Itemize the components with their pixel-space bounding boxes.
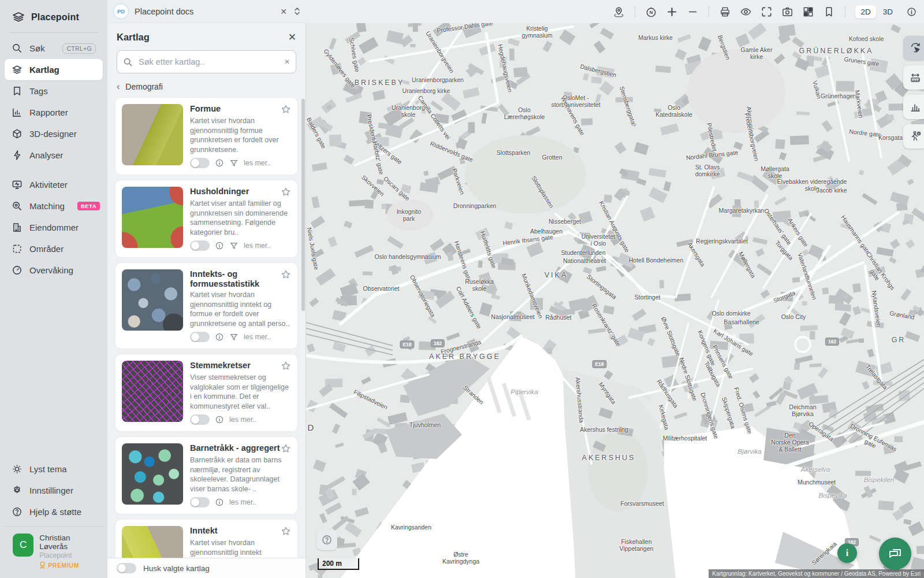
sidebar-item-sok[interactable]: Søk CTRL+G — [5, 38, 103, 59]
search-input[interactable] — [137, 57, 280, 67]
map-toolbar: N 2D 3D — [306, 0, 924, 23]
layer-filter-icon[interactable] — [229, 241, 239, 250]
beta-badge: BETA — [77, 202, 100, 210]
panel-close-icon[interactable]: ✕ — [288, 31, 296, 43]
brand-name: Placepoint — [31, 12, 79, 23]
remember-layers-toggle[interactable] — [117, 563, 136, 573]
favorite-star-icon[interactable] — [281, 361, 291, 371]
sidebar-item-overvaking[interactable]: Overvåking — [5, 260, 103, 281]
layer-toggle[interactable] — [190, 414, 210, 425]
locate-pin-icon[interactable] — [613, 6, 625, 18]
layer-toggle[interactable] — [190, 158, 210, 168]
divider — [845, 6, 845, 17]
layer-toggle[interactable] — [190, 332, 210, 342]
layer-info-icon[interactable] — [215, 332, 224, 342]
select-features-button[interactable] — [903, 36, 924, 60]
gear-icon — [12, 485, 23, 496]
favorite-star-icon[interactable] — [281, 187, 291, 197]
layer-info-icon[interactable] — [215, 415, 224, 424]
sidebar-item-analyser[interactable]: Analyser — [5, 144, 103, 166]
screenshot-camera-icon[interactable] — [781, 6, 793, 18]
doc-tab-title[interactable]: Placepoint docs — [135, 7, 193, 16]
sidebar-item-label: Søk — [29, 43, 45, 53]
sidebar-item-lyst-tema[interactable]: Lyst tema — [5, 458, 103, 480]
layer-thumbnail — [122, 361, 183, 422]
favorite-star-icon[interactable] — [281, 443, 291, 454]
sidebar-item-tags[interactable]: Tags — [5, 80, 103, 102]
layer-toggle[interactable] — [190, 240, 210, 251]
layer-card-stemmekretser[interactable]: Stemmekretser Viser stemmekretser og val… — [116, 354, 297, 431]
info-icon[interactable] — [906, 6, 917, 17]
sidebar-item-rapporter[interactable]: Rapporter — [5, 102, 103, 123]
layer-filter-icon[interactable] — [229, 332, 239, 342]
zoom-in-icon[interactable] — [666, 6, 678, 18]
print-icon[interactable] — [719, 6, 731, 18]
travel-time-button[interactable] — [903, 124, 924, 149]
layer-title: Husholdninger — [190, 187, 249, 197]
map-canvas[interactable]: Professor Dahls gateKristelig gymnasiumM… — [306, 23, 924, 578]
layer-card-inntekts-formues[interactable]: Inntekts- og formuesstatistikk Kartet vi… — [116, 263, 297, 349]
les-mer-link[interactable]: les mer.. — [229, 416, 256, 424]
layer-card-husholdninger[interactable]: Husholdninger Kartet viser antall famili… — [116, 180, 297, 257]
layer-card-formue[interactable]: Formue Kartet viser hvordan gjennomsnitt… — [116, 98, 297, 175]
layer-toggle[interactable] — [190, 497, 210, 507]
kartlag-panel: Kartlag ✕ ✕ ‹ Demografi Formue Kartet vi… — [107, 23, 306, 578]
les-mer-link[interactable]: les mer.. — [244, 159, 271, 167]
brand: Placepoint — [0, 0, 107, 31]
mode-2d-button[interactable]: 2D — [855, 5, 875, 18]
map-help-button[interactable] — [316, 529, 337, 550]
sidebar-item-hjelp[interactable]: Hjelp & støtte — [5, 501, 103, 523]
sidebar-item-3d-designer[interactable]: 3D-designer — [5, 123, 103, 144]
shortcut-badge: CTRL+G — [62, 43, 96, 54]
back-chevron-icon[interactable]: ‹ — [117, 81, 120, 92]
favorite-star-icon[interactable] — [281, 104, 291, 114]
layer-info-icon[interactable] — [215, 498, 224, 507]
chat-fab[interactable] — [879, 538, 911, 570]
layer-thumbnail — [122, 526, 183, 558]
les-mer-link[interactable]: les mer.. — [244, 333, 271, 341]
bookmark-icon[interactable] — [823, 6, 835, 18]
sidebar-item-omrader[interactable]: Områder — [5, 238, 103, 260]
layer-card-barnetrakk[interactable]: Barnetråkk - aggregert Barnetråkk er dat… — [116, 437, 297, 514]
les-mer-link[interactable]: les mer.. — [244, 242, 271, 250]
favorite-star-icon[interactable] — [281, 269, 291, 280]
layer-info-icon[interactable] — [215, 158, 224, 168]
premium-badge: PREMIUM — [39, 561, 95, 569]
widgets-grid-icon[interactable] — [802, 6, 814, 18]
sidebar-item-matching[interactable]: Matching BETA — [5, 195, 103, 217]
layer-thumbnail — [122, 104, 183, 165]
info-fab[interactable]: i — [837, 543, 857, 563]
expand-doc-icon[interactable] — [294, 7, 300, 16]
sidebar-item-label: Lyst tema — [29, 464, 66, 474]
sidebar-nav: Søk CTRL+G Kartlag Tags Rapporter 3D-des… — [0, 38, 107, 281]
compass-icon[interactable]: N — [645, 6, 657, 18]
user-card[interactable]: C Christian Løverås Placepoint PREMIUM — [5, 526, 103, 578]
close-doc-icon[interactable]: ✕ — [280, 7, 287, 16]
zoom-out-icon[interactable] — [687, 6, 699, 18]
layer-desc: Kartet viser hvordan gjennomsnittlig for… — [190, 116, 291, 154]
layer-info-icon[interactable] — [215, 241, 224, 250]
fullscreen-icon[interactable] — [761, 6, 773, 18]
sidebar-item-label: Hjelp & støtte — [29, 507, 81, 517]
sidebar-item-kartlag[interactable]: Kartlag — [5, 59, 103, 80]
sidebar: Placepoint Søk CTRL+G Kartlag Tags Rappo… — [0, 0, 107, 578]
sidebar-item-label: 3D-designer — [29, 129, 77, 139]
sidebar-item-label: Eiendommer — [29, 223, 79, 232]
mode-3d-button[interactable]: 3D — [878, 5, 897, 18]
sidebar-item-innstillinger[interactable]: Innstillinger — [5, 480, 103, 501]
sidebar-item-eiendommer[interactable]: Eiendommer — [5, 217, 103, 238]
layer-search[interactable]: ✕ — [117, 50, 296, 73]
measure-button[interactable] — [903, 65, 924, 90]
sidebar-item-label: Tags — [29, 86, 48, 96]
chart-button[interactable] — [903, 95, 924, 119]
les-mer-link[interactable]: les mer.. — [229, 498, 256, 506]
layer-thumbnail — [122, 443, 183, 505]
visibility-icon[interactable] — [740, 6, 752, 18]
favorite-star-icon[interactable] — [281, 526, 291, 536]
panel-title: Kartlag — [117, 32, 150, 43]
layer-filter-icon[interactable] — [229, 158, 239, 168]
sidebar-item-aktiviteter[interactable]: Aktiviteter — [5, 174, 103, 195]
clear-search-icon[interactable]: ✕ — [284, 58, 290, 66]
layer-card-inntekt[interactable]: Inntekt Kartet viser hvordan gjennomsnit… — [116, 520, 297, 558]
panel-scrollbar[interactable] — [301, 97, 305, 558]
